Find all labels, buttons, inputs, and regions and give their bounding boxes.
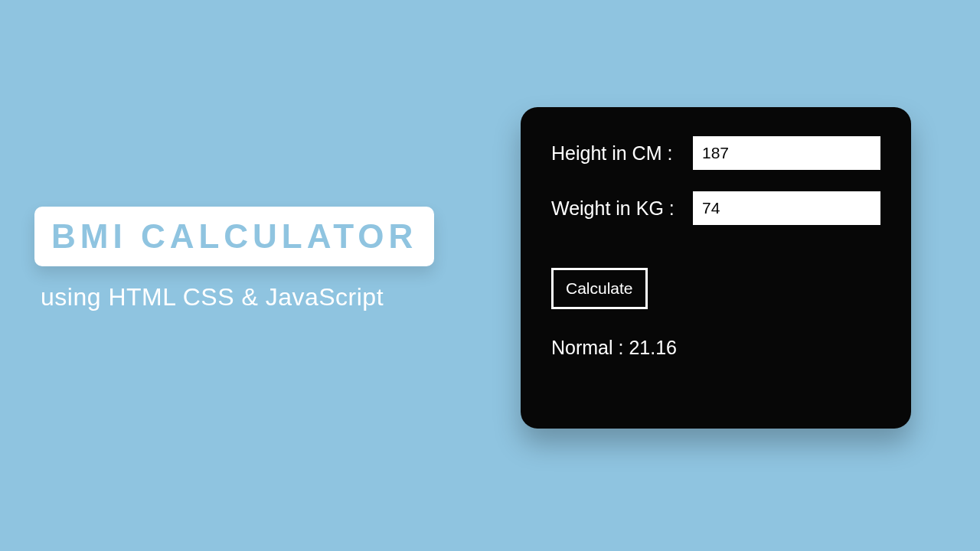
calculate-button[interactable]: Calculate: [551, 268, 648, 309]
weight-row: Weight in KG :: [551, 191, 880, 225]
title-pill: BMI CALCULATOR: [34, 207, 434, 266]
weight-label: Weight in KG :: [551, 197, 693, 220]
height-label: Height in CM :: [551, 142, 693, 165]
subtitle: using HTML CSS & JavaScript: [41, 283, 463, 311]
bmi-calculator-card: Height in CM : Weight in KG : Calculate …: [521, 107, 911, 429]
result-text: Normal : 21.16: [551, 337, 880, 359]
main-title: BMI CALCULATOR: [51, 217, 417, 256]
height-input[interactable]: [693, 136, 880, 170]
weight-input[interactable]: [693, 191, 880, 225]
height-row: Height in CM :: [551, 136, 880, 170]
title-section: BMI CALCULATOR using HTML CSS & JavaScri…: [34, 207, 463, 311]
